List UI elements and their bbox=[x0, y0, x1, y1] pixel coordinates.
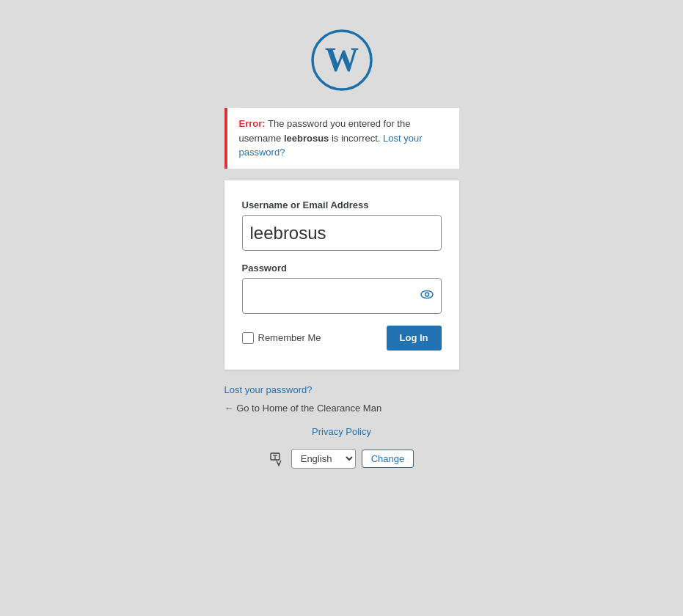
svg-point-3 bbox=[425, 293, 428, 296]
remember-me-checkbox[interactable] bbox=[242, 332, 254, 344]
eye-icon bbox=[420, 287, 434, 302]
privacy-policy-section: Privacy Policy bbox=[312, 425, 371, 437]
password-wrapper bbox=[242, 278, 442, 314]
toggle-password-button[interactable] bbox=[420, 287, 434, 304]
language-selector: English Español Français Deutsch Change bbox=[269, 449, 414, 469]
remember-me-text: Remember Me bbox=[258, 332, 321, 343]
change-language-button[interactable]: Change bbox=[362, 450, 414, 468]
svg-text:W: W bbox=[325, 41, 359, 78]
language-dropdown[interactable]: English Español Français Deutsch bbox=[291, 449, 356, 469]
password-label: Password bbox=[242, 263, 442, 274]
back-arrow: ← bbox=[224, 403, 234, 414]
svg-point-2 bbox=[421, 291, 433, 298]
lost-password-link[interactable]: Lost your password? bbox=[224, 384, 459, 395]
error-username: leebrosus bbox=[284, 133, 329, 144]
error-message-box: Error: The password you entered for the … bbox=[224, 108, 459, 169]
error-label: Error: bbox=[239, 118, 266, 129]
username-label: Username or Email Address bbox=[242, 199, 442, 210]
username-input[interactable] bbox=[242, 215, 442, 251]
wordpress-logo: W bbox=[311, 29, 373, 91]
error-suffix: is incorrect. bbox=[332, 133, 380, 144]
login-button[interactable]: Log In bbox=[387, 326, 442, 351]
language-translate-icon bbox=[269, 451, 285, 467]
back-text: Go to Home of the Clearance Man bbox=[236, 403, 381, 414]
back-to-home-link[interactable]: ← Go to Home of the Clearance Man bbox=[224, 403, 459, 414]
login-form-container: Username or Email Address Password Remem… bbox=[224, 180, 459, 370]
password-input[interactable] bbox=[242, 278, 442, 314]
username-group: Username or Email Address bbox=[242, 199, 442, 251]
privacy-policy-link[interactable]: Privacy Policy bbox=[312, 426, 371, 437]
remember-me-label[interactable]: Remember Me bbox=[242, 332, 321, 344]
wp-logo-container[interactable]: W bbox=[311, 29, 373, 108]
password-group: Password bbox=[242, 263, 442, 314]
form-footer: Remember Me Log In bbox=[242, 326, 442, 351]
login-form: Username or Email Address Password Remem… bbox=[242, 199, 442, 351]
links-section: Lost your password? ← Go to Home of the … bbox=[224, 384, 459, 414]
